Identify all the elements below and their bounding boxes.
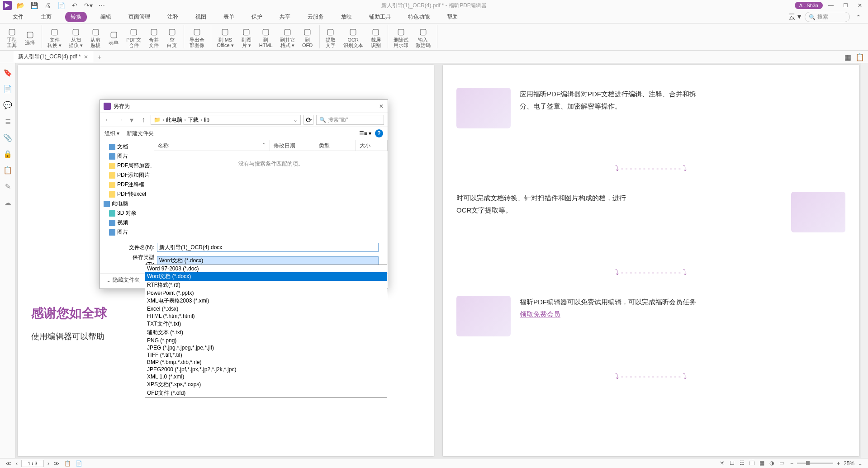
status-view-cont-icon[interactable]: ☷: [740, 460, 747, 467]
filetype-option-11[interactable]: TIFF (*.tiff,*.tif): [145, 351, 387, 359]
tree-item-9[interactable]: 图片: [102, 227, 152, 237]
page-number-input[interactable]: [21, 460, 44, 467]
ribbon-button-4-0[interactable]: ▢提取 文字: [323, 25, 339, 49]
ribbon-button-4-1[interactable]: ▢OCR 识别文本: [341, 25, 366, 49]
filetype-option-6[interactable]: HTML (*.htm;*.html): [145, 312, 387, 320]
hide-folders-toggle[interactable]: ⌄ 隐藏文件夹: [106, 276, 140, 284]
dialog-close-button[interactable]: ✕: [377, 102, 386, 111]
nav-forward-button[interactable]: →: [115, 115, 124, 124]
filetype-option-13[interactable]: JPEG2000 (*.jpf,*.jpx,*.jp2,*.j2k,*.jpc): [145, 366, 387, 373]
filetype-option-9[interactable]: PNG (*.png): [145, 337, 387, 344]
tree-item-4[interactable]: PDF注释框: [102, 180, 152, 189]
tabs-grid-icon[interactable]: ▦: [844, 53, 853, 61]
ribbon-button-1-1[interactable]: ▢从扫 描仪 ▾: [66, 25, 85, 49]
view-mode-button[interactable]: ☰≡ ▾: [359, 130, 371, 137]
sidebar-comment-icon[interactable]: 💬: [3, 100, 12, 109]
qat-open-icon[interactable]: 📂: [15, 0, 25, 10]
ribbon-button-1-0[interactable]: ▢文件 转换 ▾: [45, 25, 64, 49]
filetype-option-3[interactable]: PowerPoint (*.pptx): [145, 289, 387, 297]
doc-tab-active[interactable]: 新人引导(1)_OCR(4).pdf * ✕: [14, 51, 93, 62]
menu-item-14[interactable]: 帮助: [443, 11, 461, 23]
right-menu-dropdown[interactable]: 云 ▾: [788, 12, 801, 22]
tree-item-5[interactable]: PDF转excel: [102, 189, 152, 199]
status-view-icon-5[interactable]: ◑: [769, 460, 777, 467]
filetype-option-5[interactable]: Excel (*.xlsx): [145, 305, 387, 312]
menu-item-6[interactable]: 视图: [192, 11, 210, 23]
qat-undo-icon[interactable]: ↶: [70, 0, 80, 10]
menu-item-10[interactable]: 云服务: [304, 11, 327, 23]
tree-item-6[interactable]: 此电脑: [102, 199, 152, 208]
zoom-in-button[interactable]: +: [836, 460, 841, 467]
address-bar[interactable]: 📁 › 此电脑 › 下载 › lib ⌄: [151, 115, 301, 125]
tree-item-3[interactable]: PDF添加图片: [102, 170, 152, 180]
menu-item-13[interactable]: 特色功能: [404, 11, 433, 23]
sidebar-bookmark-icon[interactable]: 🔖: [3, 68, 12, 77]
header-size[interactable]: 大小: [356, 140, 388, 151]
zoom-out-button[interactable]: −: [789, 460, 794, 467]
sidebar-cloud-icon[interactable]: ☁: [3, 198, 12, 207]
menu-item-3[interactable]: 编辑: [97, 11, 115, 23]
minimize-button[interactable]: —: [825, 0, 837, 10]
filetype-option-7[interactable]: TXT文件(*.txt): [145, 320, 387, 328]
tab-close-icon[interactable]: ✕: [84, 54, 88, 60]
ribbon-button-3-0[interactable]: ▢到 MS Office ▾: [214, 25, 237, 49]
menu-item-5[interactable]: 注释: [164, 11, 182, 23]
sidebar-lock-icon[interactable]: 🔒: [3, 149, 12, 158]
zoom-slider[interactable]: [797, 463, 833, 464]
close-button[interactable]: ✕: [854, 0, 866, 10]
filetype-select[interactable]: Word文档 (*.docx): [157, 256, 379, 265]
nav-search-box[interactable]: 🔍 搜索"lib": [316, 115, 384, 125]
status-first-page-button[interactable]: ≪: [5, 460, 12, 467]
tree-item-1[interactable]: 图片: [102, 151, 152, 161]
nav-back-button[interactable]: ←: [104, 115, 113, 124]
help-icon[interactable]: ?: [375, 129, 383, 137]
ribbon-button-5-1[interactable]: ▢输入 激活码: [413, 25, 433, 49]
ribbon-button-3-1[interactable]: ▢到图 片 ▾: [238, 25, 255, 49]
qat-save-icon[interactable]: 💾: [29, 0, 39, 10]
maximize-button[interactable]: ☐: [839, 0, 852, 10]
page2-free-member-link[interactable]: 领取免费会员: [520, 310, 560, 318]
status-icon-2[interactable]: 📄: [75, 460, 83, 467]
ribbon-button-3-4[interactable]: ▢到 OFD: [299, 25, 316, 49]
user-badge[interactable]: A - Sh3n: [795, 2, 823, 9]
header-type[interactable]: 类型: [315, 140, 356, 151]
tab-add-button[interactable]: +: [98, 53, 101, 61]
status-prev-page-button[interactable]: ‹: [15, 460, 19, 467]
sidebar-layers-icon[interactable]: ≣: [3, 117, 12, 126]
path-seg-1[interactable]: 下载: [188, 116, 199, 124]
sidebar-page-icon[interactable]: 📄: [3, 84, 12, 93]
filetype-option-15[interactable]: XPS文档(*.xps,*.oxps): [145, 380, 387, 389]
tabs-clipboard-icon[interactable]: 📋: [855, 53, 863, 61]
filetype-option-10[interactable]: JPEG (*.jpg,*.jpeg,*.jpe,*.jif): [145, 344, 387, 351]
filetype-option-1[interactable]: Word文档 (*.docx): [145, 272, 387, 281]
vertical-scrollbar[interactable]: [861, 63, 868, 458]
organize-button[interactable]: 组织 ▾: [104, 130, 119, 137]
search-box[interactable]: 🔍 搜索: [805, 12, 850, 22]
status-view-facing-icon[interactable]: ⿰: [749, 460, 757, 467]
status-tool-icon-1[interactable]: ☀: [720, 460, 727, 467]
menu-item-2[interactable]: 转换: [65, 12, 87, 22]
sidebar-sign-icon[interactable]: ✎: [3, 182, 12, 191]
filetype-option-0[interactable]: Word 97-2003 (*.doc): [145, 265, 387, 272]
filetype-option-8[interactable]: 辅助文本 (*.txt): [145, 328, 387, 337]
ribbon-button-2-0[interactable]: ▢导出全 部图像: [187, 25, 207, 49]
status-next-page-button[interactable]: ›: [47, 460, 50, 467]
ribbon-button-1-3[interactable]: ▢表单: [105, 28, 122, 46]
ribbon-button-3-2[interactable]: ▢到 HTML: [256, 25, 275, 49]
menu-item-8[interactable]: 保护: [248, 11, 266, 23]
status-view-icon-6[interactable]: ▭: [779, 460, 787, 467]
menu-item-9[interactable]: 共享: [276, 11, 294, 23]
ribbon-button-4-2[interactable]: ▢截屏 识别: [368, 25, 384, 49]
tree-item-7[interactable]: 3D 对象: [102, 208, 152, 218]
ribbon-button-3-3[interactable]: ▢到其它 格式 ▾: [277, 25, 298, 49]
ribbon-button-1-5[interactable]: ▢合并 文件: [146, 25, 162, 49]
status-icon-1[interactable]: 📋: [63, 460, 72, 467]
menu-item-7[interactable]: 表单: [220, 11, 238, 23]
filename-input[interactable]: [157, 243, 379, 252]
filetype-option-4[interactable]: XML电子表格2003 (*.xml): [145, 297, 387, 305]
sidebar-attach-icon[interactable]: 📎: [3, 133, 12, 142]
path-dropdown-icon[interactable]: ⌄: [293, 117, 298, 123]
ribbon-button-5-0[interactable]: ▢删除试 用水印: [391, 25, 411, 49]
filetype-option-12[interactable]: BMP (*.bmp,*.dib,*.rle): [145, 359, 387, 366]
ribbon-button-0-1[interactable]: ▢选择: [22, 28, 38, 46]
